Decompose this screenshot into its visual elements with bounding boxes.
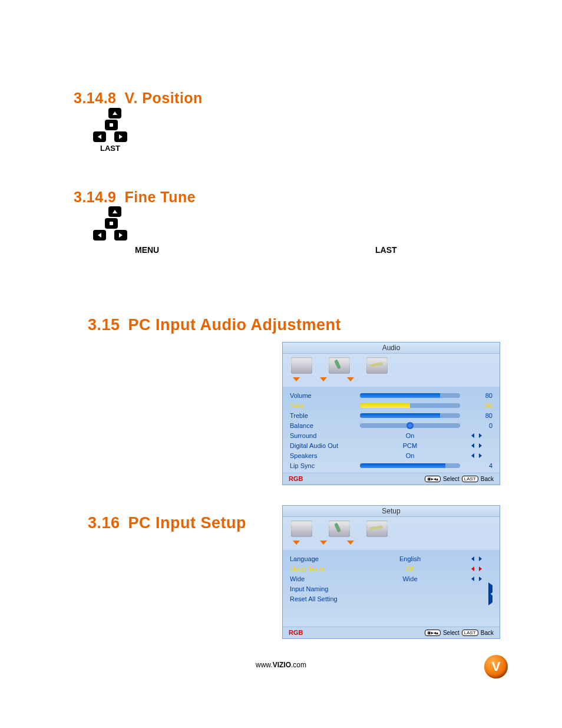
row-right — [471, 556, 492, 561]
osd-tab-icons — [283, 354, 500, 375]
last-hint-icon: LAST — [462, 476, 478, 482]
heading-text: Fine Tune — [125, 189, 196, 205]
heading-text: V. Position — [125, 90, 203, 106]
row-label: Sleep Timer — [290, 565, 349, 572]
row-center: On — [353, 452, 467, 459]
slider-track[interactable] — [360, 413, 460, 418]
lr-arrows-icon — [471, 453, 482, 458]
row-center: English — [353, 555, 467, 562]
heading-num: 3.16 — [88, 514, 120, 532]
row-label: Wide — [290, 575, 349, 582]
osd-row[interactable]: Bass50 — [290, 400, 492, 410]
osd-row[interactable]: WideWide — [290, 574, 492, 584]
row-label: Reset All Setting — [290, 595, 349, 602]
dpad-right-icon — [114, 230, 127, 241]
row-right: 80 — [471, 392, 492, 399]
osd-row[interactable]: SurroundOn — [290, 430, 492, 440]
heading-314-9: 3.14.9Fine Tune — [74, 189, 196, 206]
nav-hint-icon: ◉▸◂▴ — [425, 630, 441, 636]
footer-hints: ◉▸◂▴ Select LAST Back — [425, 630, 494, 636]
row-right: 0 — [471, 422, 492, 429]
osd-row[interactable]: Balance0 — [290, 420, 492, 430]
heading-text: PC Input Audio Adjustment — [128, 316, 341, 334]
lr-arrows-icon — [471, 566, 482, 571]
row-right: 4 — [471, 462, 492, 469]
row-center: Off — [353, 565, 467, 572]
slider-fill — [360, 403, 410, 408]
dot-icon — [318, 375, 329, 383]
heading-316: 3.16PC Input Setup — [88, 514, 246, 532]
back-hint: Back — [481, 630, 494, 636]
osd-audio-panel: Audio Volume80Bass50Treble80Balance0Surr… — [282, 342, 500, 485]
dpad-up-icon — [108, 206, 121, 217]
row-value: On — [406, 432, 415, 439]
osd-row[interactable]: Reset All Setting — [290, 594, 492, 604]
row-label: Bass — [290, 402, 349, 409]
row-label: Lip Sync — [290, 462, 349, 469]
monitor-icon — [291, 357, 312, 374]
heading-num: 3.14.9 — [74, 189, 117, 206]
osd-tab-dots — [283, 375, 500, 387]
dpad-center-icon — [105, 120, 118, 130]
row-center — [353, 423, 467, 428]
row-value: On — [406, 452, 415, 459]
mic-icon — [329, 357, 350, 374]
osd-row[interactable]: Input Naming — [290, 584, 492, 594]
osd-row[interactable]: Digital Audio OutPCM — [290, 440, 492, 450]
osd-row[interactable]: SpeakersOn — [290, 450, 492, 460]
osd-row[interactable]: Treble80 — [290, 410, 492, 420]
osd-audio-title: Audio — [283, 342, 500, 354]
row-right — [471, 433, 492, 438]
slider-fill — [360, 413, 440, 418]
row-center — [353, 393, 467, 398]
osd-row[interactable]: Lip Sync4 — [290, 460, 492, 470]
slider-track[interactable] — [360, 393, 460, 398]
go-arrow-icon — [488, 592, 492, 605]
slider-track[interactable] — [360, 403, 460, 408]
row-right — [471, 453, 492, 458]
last-hint-icon: LAST — [462, 630, 478, 636]
dpad-center-icon — [105, 218, 118, 229]
balance-track[interactable] — [360, 423, 460, 428]
lr-arrows-icon — [471, 443, 482, 448]
url-suffix: .com — [291, 661, 306, 669]
row-value: Off — [406, 565, 414, 572]
footer-source: RGB — [289, 475, 303, 482]
footer-hints: ◉▸◂▴ Select LAST Back — [425, 476, 494, 482]
osd-setup-body: LanguageEnglishSleep TimerOffWideWideInp… — [283, 550, 500, 627]
slider-fill — [360, 463, 445, 468]
row-right — [471, 443, 492, 448]
osd-setup-panel: Setup LanguageEnglishSleep TimerOffWideW… — [282, 505, 500, 639]
dpad-left-icon — [93, 230, 106, 241]
row-center: Wide — [353, 575, 467, 582]
row-label: Treble — [290, 412, 349, 419]
osd-row[interactable]: LanguageEnglish — [290, 554, 492, 564]
heading-num: 3.15 — [88, 316, 120, 334]
row-right — [471, 585, 492, 592]
wrench-icon — [366, 521, 388, 537]
balance-thumb[interactable] — [406, 422, 414, 429]
osd-audio-body: Volume80Bass50Treble80Balance0SurroundOn… — [283, 387, 500, 473]
select-hint: Select — [443, 630, 459, 636]
row-center — [353, 413, 467, 418]
dpad-cluster — [93, 206, 146, 248]
heading-num: 3.14.8 — [74, 90, 117, 107]
row-right — [471, 566, 492, 571]
osd-row[interactable]: Sleep TimerOff — [290, 564, 492, 574]
row-center: PCM — [353, 442, 467, 449]
vizio-v: V — [492, 659, 501, 674]
dot-icon — [291, 375, 302, 383]
page-footer: www.VIZIO.com — [0, 661, 562, 669]
row-label: Digital Audio Out — [290, 442, 349, 449]
row-value: PCM — [403, 442, 417, 449]
row-right: 80 — [471, 412, 492, 419]
lr-arrows-icon — [471, 433, 482, 438]
slider-track[interactable] — [360, 463, 460, 468]
row-value: Wide — [402, 575, 417, 582]
lr-arrows-icon — [471, 556, 482, 561]
osd-row[interactable]: Volume80 — [290, 390, 492, 400]
heading-text: PC Input Setup — [128, 514, 246, 532]
heading-315: 3.15PC Input Audio Adjustment — [88, 316, 341, 334]
row-label: Speakers — [290, 452, 349, 459]
dot-icon — [318, 538, 329, 546]
